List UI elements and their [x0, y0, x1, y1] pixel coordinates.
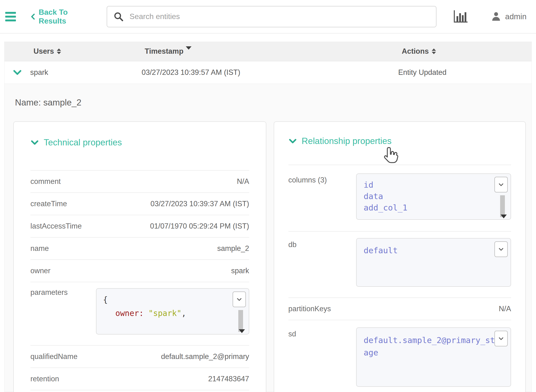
- property-row: createTime 03/27/2023 10:39:37 AM (IST): [30, 192, 249, 215]
- chevron-down-icon: [288, 137, 297, 145]
- audit-row-detail: Name: sample_2 Technical properties comm…: [5, 84, 531, 392]
- chevron-down-icon: [13, 68, 22, 77]
- property-row: owner spark: [30, 259, 249, 282]
- property-row-sd: sd default.sample_2@primary_storage: [288, 320, 511, 392]
- bar-chart-icon: [453, 9, 469, 24]
- collapse-value-button[interactable]: [233, 292, 246, 307]
- audit-table: Users Timestamp Actions spark 03/27/2023…: [4, 42, 532, 392]
- collapse-value-button[interactable]: [494, 331, 508, 346]
- column-header-actions[interactable]: Actions: [366, 47, 531, 56]
- property-row: qualifiedName default.sample_2@primary: [30, 345, 249, 368]
- chevron-down-icon: [498, 182, 504, 188]
- search-input[interactable]: [129, 12, 430, 21]
- code-line: {: [103, 293, 230, 306]
- chevron-down-icon: [236, 296, 242, 302]
- property-row: tableType EXTERNAL_TABLE: [30, 390, 249, 392]
- technical-properties-card: Technical properties comment N/A createT…: [13, 121, 266, 392]
- scrollbar-thumb[interactable]: [238, 310, 243, 332]
- search-icon: [113, 11, 124, 22]
- sd-value-box[interactable]: default.sample_2@primary_storage: [356, 327, 511, 387]
- statistics-button[interactable]: [453, 9, 469, 24]
- actions-header-label: Actions: [402, 47, 429, 56]
- users-header-label: Users: [34, 47, 54, 56]
- user-icon: [491, 11, 502, 22]
- column-link[interactable]: data: [364, 191, 494, 202]
- property-row-partitionkeys: partitionKeys N/A: [288, 297, 511, 320]
- scrollbar-thumb[interactable]: [500, 195, 505, 217]
- scroll-down-arrow[interactable]: [239, 329, 245, 333]
- menu-icon[interactable]: [5, 12, 16, 21]
- entity-name: Name: sample_2: [10, 84, 526, 108]
- property-row-columns: columns (3) id data add_col_1: [288, 165, 511, 231]
- relationship-properties-card: Relationship properties columns (3) id d…: [274, 121, 526, 392]
- columns-value-box[interactable]: id data add_col_1: [356, 173, 511, 220]
- back-to-results-link[interactable]: Back To Results: [30, 8, 93, 25]
- sort-icon[interactable]: [432, 48, 436, 54]
- property-row-db: db default: [288, 231, 511, 297]
- technical-properties-title: Technical properties: [44, 138, 122, 148]
- search-box: [107, 6, 436, 27]
- sd-link[interactable]: default.sample_2@primary_storage: [364, 335, 505, 357]
- chevron-down-icon: [30, 138, 39, 147]
- audit-row[interactable]: spark 03/27/2023 10:39:57 AM (IST) Entit…: [5, 61, 531, 84]
- property-row-parameters: parameters { owner: "spark",: [30, 282, 249, 345]
- audit-table-header: Users Timestamp Actions: [5, 42, 531, 61]
- property-row: name sample_2: [30, 237, 249, 259]
- property-row: lastAccessTime 01/07/1970 05:29:24 PM (I…: [30, 215, 249, 237]
- scroll-down-arrow[interactable]: [501, 215, 507, 218]
- db-link[interactable]: default: [364, 245, 494, 256]
- relationship-properties-toggle[interactable]: Relationship properties: [288, 136, 511, 146]
- column-header-users[interactable]: Users: [5, 47, 116, 56]
- sort-icon[interactable]: [57, 48, 61, 54]
- audit-action-cell: Entity Updated: [366, 68, 531, 77]
- code-line: owner: "spark",: [103, 306, 230, 320]
- db-value-box[interactable]: default: [356, 238, 511, 287]
- parameters-code-box[interactable]: { owner: "spark",: [96, 288, 249, 335]
- collapse-value-button[interactable]: [494, 177, 508, 192]
- mouse-pointer-cursor: [382, 146, 400, 164]
- top-bar: Back To Results admin: [0, 0, 536, 33]
- audit-timestamp-cell: 03/27/2023 10:39:57 AM (IST): [116, 68, 366, 77]
- username-label: admin: [505, 12, 526, 21]
- chevron-left-icon: [30, 13, 37, 20]
- chevron-down-icon: [498, 335, 504, 342]
- timestamp-header-label: Timestamp: [145, 47, 183, 56]
- user-menu[interactable]: admin: [491, 11, 526, 22]
- collapse-value-button[interactable]: [494, 241, 508, 257]
- row-expander[interactable]: [5, 68, 30, 77]
- column-link[interactable]: id: [364, 179, 494, 191]
- column-link[interactable]: add_col_1: [364, 202, 494, 213]
- property-row: retention 2147483647: [30, 368, 249, 390]
- back-to-results-label: Back To Results: [39, 8, 94, 25]
- relationship-properties-title: Relationship properties: [302, 136, 392, 146]
- audit-user-cell: spark: [30, 68, 116, 77]
- property-row: comment N/A: [30, 170, 249, 192]
- technical-properties-toggle[interactable]: Technical properties: [30, 138, 249, 148]
- sort-desc-icon[interactable]: [186, 46, 191, 50]
- chevron-down-icon: [498, 246, 504, 252]
- column-header-timestamp[interactable]: Timestamp: [116, 47, 366, 56]
